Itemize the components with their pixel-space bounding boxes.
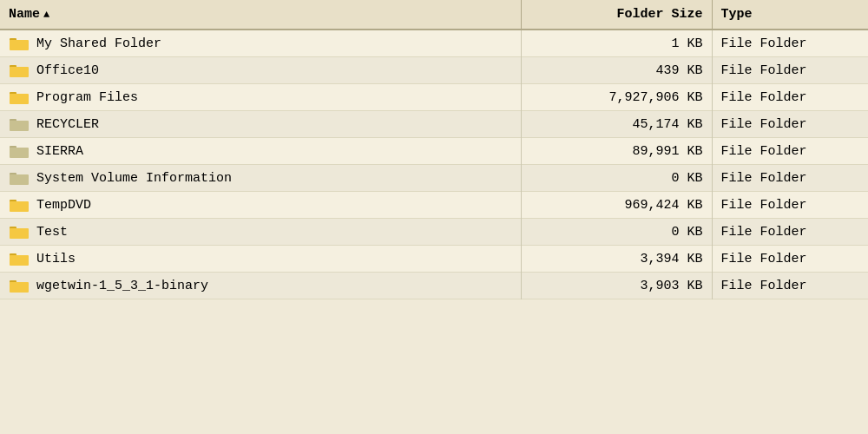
file-name-label: System Volume Information — [36, 171, 232, 186]
table-header-row: Name ▲ Folder Size Type — [0, 0, 868, 30]
file-name-cell: SIERRA — [0, 138, 521, 165]
svg-rect-17 — [10, 255, 29, 266]
folder-icon — [9, 116, 30, 132]
file-name-label: RECYCLER — [36, 117, 99, 132]
file-type-cell: File Folder — [712, 219, 868, 246]
file-type-cell: File Folder — [712, 111, 868, 138]
table-row[interactable]: SIERRA89,991 KBFile Folder — [0, 138, 868, 165]
svg-rect-5 — [10, 94, 29, 104]
file-size-cell: 439 KB — [521, 57, 712, 84]
file-type-cell: File Folder — [712, 84, 868, 111]
file-name-label: TempDVD — [36, 198, 91, 213]
svg-rect-19 — [10, 282, 29, 293]
file-name-cell: RECYCLER — [0, 111, 521, 138]
file-name-cell: My Shared Folder — [0, 30, 521, 57]
file-type-cell: File Folder — [712, 192, 868, 219]
col-header-size[interactable]: Folder Size — [521, 0, 712, 30]
table-row[interactable]: TempDVD969,424 KBFile Folder — [0, 192, 868, 219]
sort-arrow-icon: ▲ — [43, 9, 49, 21]
table-row[interactable]: Program Files7,927,906 KBFile Folder — [0, 84, 868, 111]
table-row[interactable]: RECYCLER45,174 KBFile Folder — [0, 111, 868, 138]
file-name-cell: Utils — [0, 246, 521, 273]
file-type-cell: File Folder — [712, 246, 868, 273]
file-type-cell: File Folder — [712, 273, 868, 299]
svg-rect-7 — [10, 121, 29, 131]
folder-icon — [9, 89, 30, 105]
file-size-cell: 0 KB — [521, 165, 712, 192]
svg-rect-1 — [10, 40, 29, 50]
file-size-cell: 3,394 KB — [521, 246, 712, 273]
file-type-cell: File Folder — [712, 165, 868, 192]
folder-icon — [9, 36, 30, 51]
svg-rect-3 — [10, 67, 29, 77]
table-row[interactable]: Utils3,394 KBFile Folder — [0, 246, 868, 273]
svg-rect-13 — [10, 201, 29, 212]
col-header-name[interactable]: Name ▲ — [0, 0, 521, 30]
svg-rect-15 — [10, 228, 29, 239]
table-row[interactable]: Office10439 KBFile Folder — [0, 57, 868, 84]
file-size-cell: 0 KB — [521, 219, 712, 246]
file-name-label: Office10 — [36, 63, 99, 78]
folder-icon — [9, 278, 30, 293]
file-name-label: Test — [36, 225, 68, 240]
file-type-cell: File Folder — [712, 57, 868, 84]
file-name-label: My Shared Folder — [36, 36, 161, 51]
file-size-cell: 1 KB — [521, 30, 712, 57]
folder-icon — [9, 62, 30, 78]
file-name-cell: wgetwin-1_5_3_1-binary — [0, 273, 521, 299]
table-row[interactable]: wgetwin-1_5_3_1-binary3,903 KBFile Folde… — [0, 273, 868, 299]
file-size-cell: 7,927,906 KB — [521, 84, 712, 111]
table-row[interactable]: Test0 KBFile Folder — [0, 219, 868, 246]
file-list-table: Name ▲ Folder Size Type My Shared Folder… — [0, 0, 868, 299]
file-name-cell: Test — [0, 219, 521, 246]
file-name-cell: Office10 — [0, 57, 521, 84]
col-header-type[interactable]: Type — [712, 0, 868, 30]
file-size-cell: 45,174 KB — [521, 111, 712, 138]
file-size-cell: 3,903 KB — [521, 273, 712, 299]
col-size-label: Folder Size — [616, 7, 702, 22]
table-row[interactable]: My Shared Folder1 KBFile Folder — [0, 30, 868, 57]
folder-icon — [9, 251, 30, 266]
file-type-cell: File Folder — [712, 138, 868, 165]
file-name-cell: System Volume Information — [0, 165, 521, 192]
file-name-cell: TempDVD — [0, 192, 521, 219]
col-type-label: Type — [721, 7, 753, 22]
svg-rect-11 — [10, 174, 29, 185]
folder-icon — [9, 143, 30, 159]
folder-icon — [9, 224, 30, 240]
file-name-label: Utils — [36, 252, 76, 266]
file-name-label: Program Files — [36, 90, 138, 105]
file-name-label: wgetwin-1_5_3_1-binary — [36, 279, 208, 293]
file-type-cell: File Folder — [712, 30, 868, 57]
file-size-cell: 969,424 KB — [521, 192, 712, 219]
file-size-cell: 89,991 KB — [521, 138, 712, 165]
col-name-label: Name — [9, 7, 40, 22]
file-name-cell: Program Files — [0, 84, 521, 111]
folder-icon — [9, 170, 30, 186]
file-name-label: SIERRA — [36, 144, 83, 159]
folder-icon — [9, 197, 30, 213]
svg-rect-9 — [10, 148, 29, 158]
table-row[interactable]: System Volume Information0 KBFile Folder — [0, 165, 868, 192]
